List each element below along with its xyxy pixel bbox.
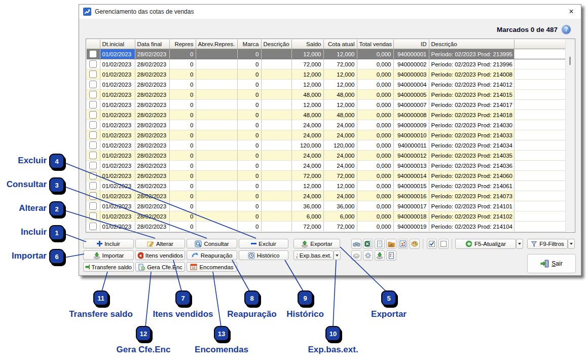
column-header[interactable]: Cota atual (323, 40, 357, 49)
column-header[interactable]: ID (393, 40, 429, 49)
transfere-saldo-button[interactable]: Transfere saldo (83, 262, 134, 272)
palette-button[interactable] (410, 239, 420, 249)
row-checkbox[interactable] (89, 101, 97, 108)
cell: 01/02/2023 (100, 69, 135, 80)
cell: 0 (169, 90, 196, 100)
importar-button[interactable]: Importar (83, 250, 134, 260)
gera-cfe-enc-button[interactable]: Gera Cfe.Enc (135, 262, 185, 272)
close-button[interactable]: × (566, 8, 577, 16)
column-header[interactable]: Saldo (291, 40, 323, 49)
table-row[interactable]: 01/02/202328/02/20230012,00012,0000,0009… (87, 49, 566, 59)
f5-atualizar-button[interactable]: F5-Atualizar (455, 239, 516, 249)
cell: 0,000 (357, 100, 393, 110)
row-checkbox[interactable] (89, 182, 97, 190)
reapuracao-button[interactable]: Reapuração (187, 250, 237, 260)
cell: 48,000 (291, 90, 323, 100)
historico-button[interactable]: Histórico (239, 250, 288, 260)
binoculars-button[interactable] (351, 239, 361, 249)
row-checkbox[interactable] (89, 162, 97, 169)
row-checkbox[interactable] (89, 81, 97, 88)
vertical-scrollbar[interactable] (565, 40, 574, 232)
table-row[interactable]: 01/02/202328/02/20230024,00024,0000,0009… (87, 130, 566, 140)
column-header[interactable]: Dt.inicial (100, 40, 135, 49)
cell-filler (514, 120, 566, 130)
row-checkbox[interactable] (89, 121, 97, 129)
excel-export-button[interactable] (363, 239, 373, 249)
eraser-button[interactable] (351, 250, 361, 261)
row-checkbox[interactable] (89, 192, 97, 200)
excluir-button[interactable]: Excluir (239, 239, 288, 248)
cell (261, 161, 291, 171)
uncheck-all-button[interactable] (438, 239, 449, 249)
cell: 01/02/2023 (100, 222, 135, 232)
table-row[interactable]: 01/02/202328/02/20230012,00012,0000,0009… (87, 80, 566, 90)
f9-filtros-button[interactable]: F9-Filtros (527, 239, 568, 249)
cell: 0 (169, 181, 196, 191)
exportar-button[interactable]: Exportar (293, 239, 340, 248)
f9-dropdown[interactable] (568, 239, 575, 249)
titlebar[interactable]: Gerenciamento das cotas de vendas × (79, 5, 581, 19)
consultar-button[interactable]: Consultar (187, 239, 237, 248)
table-row[interactable]: 01/02/202328/02/20230048,00048,0000,0009… (87, 90, 566, 100)
callout-badge-12: 12 (136, 326, 151, 341)
table-row[interactable]: 01/02/202328/02/20230072,00072,0000,0009… (87, 222, 566, 232)
column-header[interactable]: Data final (135, 40, 169, 49)
table-row[interactable]: 01/02/202328/02/2023006,0006,0000,000940… (87, 211, 566, 222)
scrollbar-thumb[interactable] (569, 57, 571, 65)
table-row[interactable]: 01/02/202328/02/20230012,00012,0000,0009… (87, 100, 566, 110)
cell: 48,000 (291, 110, 323, 120)
row-checkbox[interactable] (89, 202, 97, 210)
document-button[interactable] (375, 239, 385, 249)
column-header[interactable]: Marca (237, 40, 261, 49)
incluir-button[interactable]: Incluir (83, 239, 134, 248)
sair-button[interactable]: Sair (527, 254, 576, 273)
table-row[interactable]: 01/02/202328/02/20230036,00036,0000,0009… (87, 201, 566, 211)
table-row[interactable]: 01/02/202328/02/20230024,00024,0000,0009… (87, 161, 566, 171)
cell: 940000001 (393, 49, 429, 59)
cell: 940000010 (393, 130, 429, 140)
cell: 01/02/2023 (100, 151, 135, 161)
row-checkbox[interactable] (89, 60, 97, 68)
exp-bas-ext-dropdown[interactable] (334, 250, 341, 260)
check-all-button[interactable] (427, 239, 437, 249)
alterar-button[interactable]: Alterar (135, 239, 185, 248)
table-row[interactable]: 01/02/202328/02/20230024,00024,0000,0009… (87, 120, 566, 130)
row-checkbox[interactable] (89, 212, 97, 220)
table-row[interactable]: 01/02/202328/02/20230072,00072,0000,0009… (87, 59, 566, 69)
row-checkbox[interactable] (89, 70, 97, 78)
column-header-select[interactable] (87, 40, 100, 49)
cell: 28/02/2023 (135, 161, 169, 171)
column-order-button[interactable]: 1 (398, 239, 408, 249)
row-checkbox[interactable] (89, 152, 97, 159)
folder-chart-button[interactable] (386, 239, 396, 249)
checklist-button[interactable] (386, 250, 396, 261)
column-header[interactable]: Abrev.Repres. (196, 40, 237, 49)
column-header[interactable]: Repres (169, 40, 196, 49)
row-checkbox[interactable] (89, 172, 97, 179)
row-checkbox[interactable] (89, 131, 97, 139)
row-checkbox[interactable] (89, 141, 97, 149)
help-icon[interactable]: ? (562, 25, 571, 34)
itens-vendidos-button[interactable]: Itens vendidos (135, 250, 185, 260)
table-row[interactable]: 01/02/202328/02/20230072,00072,0000,0009… (87, 171, 566, 181)
table-row[interactable]: 01/02/202328/02/20230048,00048,0000,0009… (87, 110, 566, 120)
table-row[interactable]: 01/02/202328/02/20230012,00012,0000,0009… (87, 69, 566, 80)
row-checkbox[interactable] (89, 111, 97, 119)
encomendas-button[interactable]: Encomendas (187, 262, 237, 272)
table-row[interactable]: 01/02/202328/02/202300120,000120,0000,00… (87, 140, 566, 151)
table-row[interactable]: 01/02/202328/02/20230024,00024,0000,0009… (87, 191, 566, 201)
settings-button[interactable] (363, 250, 373, 261)
column-header[interactable]: Descrição (261, 40, 291, 49)
column-header[interactable]: Total vendas (357, 40, 393, 49)
table-row[interactable]: 01/02/202328/02/20230024,00024,0000,0009… (87, 151, 566, 161)
exp-bas-ext-button[interactable]: Exp.bas.ext. (293, 250, 334, 260)
f5-dropdown[interactable] (516, 239, 523, 249)
column-header[interactable]: Descrição (429, 40, 514, 49)
row-checkbox[interactable] (89, 50, 97, 58)
cell (261, 171, 291, 181)
column-header-filler (514, 40, 566, 49)
import-base-button[interactable] (375, 250, 385, 261)
row-checkbox[interactable] (89, 91, 97, 98)
table-row[interactable]: 01/02/202328/02/20230012,00012,0000,0009… (87, 181, 566, 191)
row-checkbox[interactable] (89, 223, 97, 230)
